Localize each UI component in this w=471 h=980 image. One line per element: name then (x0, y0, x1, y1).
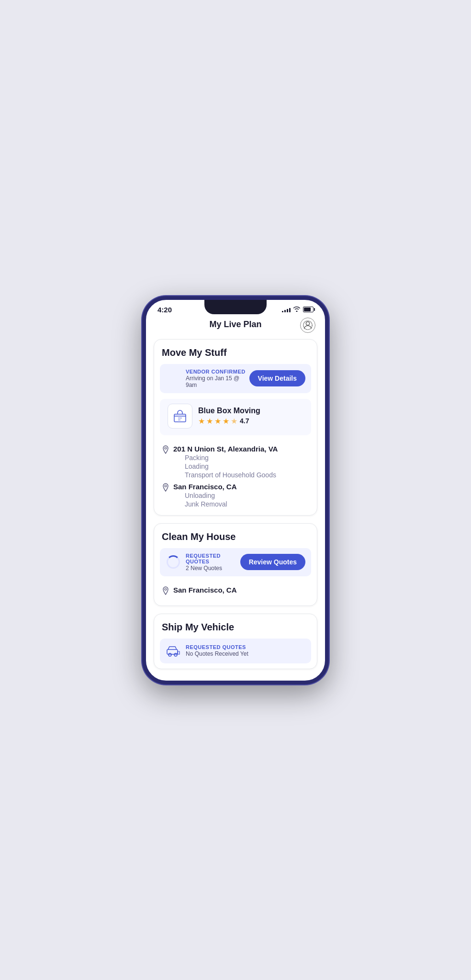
svg-point-0 (306, 322, 309, 325)
card-title-clean: Clean My House (154, 524, 317, 548)
vehicle-banner-left: REQUESTED QUOTES No Quotes Received Yet (166, 643, 248, 659)
star-half: ★ (231, 417, 237, 426)
wifi-icon (293, 306, 301, 313)
location-pin-icon-1 (162, 445, 169, 456)
svg-point-5 (165, 485, 167, 487)
location-section-move: 201 N Union St, Alexandria, VA Packing L… (154, 441, 317, 516)
card-title-vehicle: Ship My Vehicle (154, 614, 317, 639)
vendor-status-sub: Arriving on Jan 15 @ 9am (186, 375, 249, 388)
service-transport: Transport of Household Goods (185, 471, 278, 479)
vendor-status-label: VENDOR CONFIRMED (186, 369, 249, 374)
vendor-rating: ★ ★ ★ ★ ★ 4.7 (198, 417, 260, 426)
signal-icon (282, 307, 291, 312)
star-1: ★ (198, 417, 205, 426)
star-3: ★ (214, 417, 221, 426)
address-clean: San Francisco, CA (173, 586, 237, 594)
status-icons (282, 306, 314, 313)
location-pin-icon-2 (162, 483, 169, 494)
vehicle-status-sub: No Quotes Received Yet (186, 650, 248, 657)
svg-point-9 (174, 653, 177, 656)
banner-left: 🎉 VENDOR CONFIRMED Arriving on Jan 15 @ … (166, 369, 249, 388)
card-ship-my-vehicle: Ship My Vehicle REQUESTED QUOT (154, 614, 317, 669)
service-loading: Loading (185, 462, 278, 470)
clean-banner-left: REQUESTED QUOTES 2 New Quotes (166, 553, 240, 572)
location-2-details: San Francisco, CA Unloading Junk Removal (173, 483, 237, 508)
service-packing: Packing (185, 454, 278, 462)
svg-point-6 (165, 588, 167, 590)
vendor-info: Blue Box Moving ★ ★ ★ ★ ★ 4.7 (160, 399, 311, 435)
svg-point-8 (168, 653, 171, 656)
star-4: ★ (223, 417, 229, 426)
phone-frame: 4:20 My Live Plan (142, 296, 329, 684)
svg-point-4 (165, 447, 167, 449)
page-title: My Live Plan (209, 319, 261, 330)
location-section-clean: San Francisco, CA (154, 582, 317, 606)
card-clean-my-house: Clean My House REQUESTED QUOTES 2 New Qu… (154, 523, 317, 606)
party-icon: 🎉 (166, 371, 181, 386)
review-quotes-button[interactable]: Review Quotes (240, 554, 305, 570)
vehicle-icon (166, 643, 181, 659)
vehicle-status-label: REQUESTED QUOTES (186, 644, 248, 650)
vendor-details: Blue Box Moving ★ ★ ★ ★ ★ 4.7 (198, 407, 260, 426)
status-time: 4:20 (157, 306, 172, 314)
vendor-confirmed-banner: 🎉 VENDOR CONFIRMED Arriving on Jan 15 @ … (160, 364, 311, 393)
location-1-details: 201 N Union St, Alexandria, VA Packing L… (173, 445, 278, 479)
svg-text:🎉: 🎉 (168, 373, 179, 385)
vehicle-quotes-banner: REQUESTED QUOTES No Quotes Received Yet (160, 639, 311, 663)
clean-status-label: REQUESTED QUOTES (186, 553, 240, 564)
card-move-my-stuff: Move My Stuff 🎉 VENDOR CONFIRMED Arrivin… (154, 339, 317, 516)
phone-notch (204, 300, 267, 314)
clean-status-sub: 2 New Quotes (186, 565, 240, 572)
service-unloading: Unloading (185, 492, 237, 499)
vendor-logo (168, 404, 192, 429)
location-pin-icon-clean (162, 586, 169, 597)
page-header: My Live Plan (146, 316, 325, 335)
card-title-move: Move My Stuff (154, 340, 317, 364)
service-junk: Junk Removal (185, 500, 237, 508)
vendor-name: Blue Box Moving (198, 407, 260, 415)
view-details-button[interactable]: View Details (249, 370, 305, 386)
clean-quotes-banner: REQUESTED QUOTES 2 New Quotes Review Quo… (160, 548, 311, 576)
vendor-status-text: VENDOR CONFIRMED Arriving on Jan 15 @ 9a… (186, 369, 249, 388)
location-row-1: 201 N Union St, Alexandria, VA Packing L… (162, 445, 309, 479)
star-2: ★ (206, 417, 213, 426)
address-1: 201 N Union St, Alexandria, VA (173, 445, 278, 453)
main-content: Move My Stuff 🎉 VENDOR CONFIRMED Arrivin… (146, 335, 325, 681)
location-row-2: San Francisco, CA Unloading Junk Removal (162, 483, 309, 508)
services-1: Packing Loading Transport of Household G… (173, 454, 278, 479)
services-2: Unloading Junk Removal (173, 492, 237, 508)
clean-status-text: REQUESTED QUOTES 2 New Quotes (186, 553, 240, 572)
rating-number: 4.7 (240, 417, 249, 425)
vehicle-status-text: REQUESTED QUOTES No Quotes Received Yet (186, 644, 248, 657)
battery-icon (303, 307, 314, 312)
user-avatar-button[interactable] (300, 318, 315, 333)
address-2: San Francisco, CA (173, 483, 237, 491)
location-row-clean: San Francisco, CA (162, 586, 309, 597)
spinner-icon-clean (166, 554, 181, 570)
